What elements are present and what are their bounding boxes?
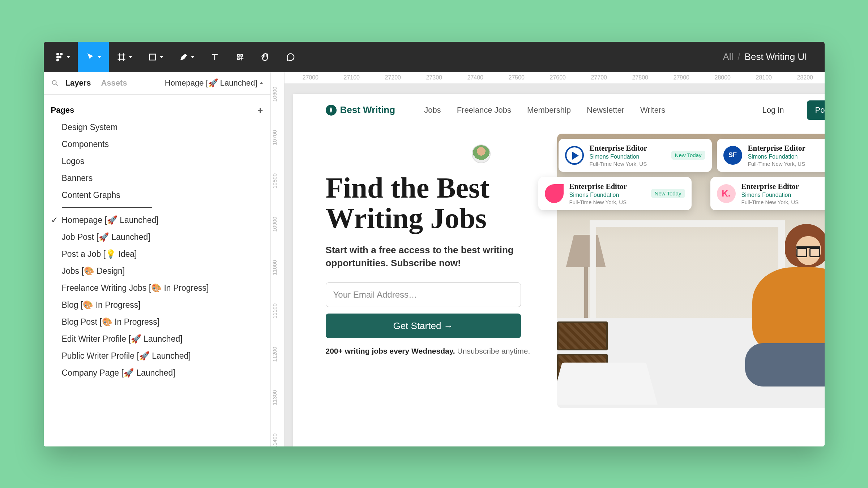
job-badge: New Today (671, 151, 705, 160)
ruler-tick: 27000 (303, 74, 319, 81)
ruler-tick: 27900 (674, 74, 690, 81)
get-started-button[interactable]: Get Started → (326, 314, 521, 338)
ruler-tick: 27100 (344, 74, 360, 81)
text-icon (210, 52, 220, 62)
page-item[interactable]: Freelance Writing Jobs [🎨 In Progress] (44, 280, 270, 297)
site-nav: JobsFreelance JobsMembershipNewsletterWr… (424, 105, 665, 115)
comment-tool-button[interactable] (278, 42, 303, 72)
page-item[interactable]: Post a Job [💡 Idea] (44, 246, 270, 263)
page-item[interactable]: Components (44, 136, 270, 153)
hero-subtitle: Start with a free access to the best wri… (326, 243, 543, 270)
tab-layers[interactable]: Layers (65, 78, 91, 88)
job-meta: Full-Time New York, US (590, 161, 666, 167)
job-company: Simons Foundation (748, 154, 825, 160)
ruler-tick: 27500 (509, 74, 525, 81)
nav-link[interactable]: Membership (527, 105, 571, 115)
job-title: Enterprise Editor (569, 182, 645, 191)
job-title: Enterprise Editor (590, 144, 666, 153)
breadcrumb-root[interactable]: All (723, 51, 733, 62)
search-icon[interactable] (51, 79, 59, 87)
frame-icon (116, 52, 127, 62)
components-icon (235, 52, 245, 62)
page-item[interactable]: Jobs [🎨 Design] (44, 263, 270, 280)
job-company: Simons Foundation (741, 192, 825, 198)
page-item[interactable]: Edit Writer Profile [🚀 Launched] (44, 331, 270, 347)
left-panel-header: Layers Assets Homepage [🚀 Launched] (44, 72, 270, 95)
ruler-tick: 11400 (271, 433, 278, 446)
ruler-tick: 11000 (271, 260, 278, 275)
page-item[interactable]: Public Writer Profile [🚀 Launched] (44, 347, 270, 364)
chevron-down-icon (67, 56, 70, 58)
breadcrumb-file[interactable]: Best Writing UI (745, 51, 807, 62)
site-logo[interactable]: Best Writing (326, 104, 395, 116)
shape-tool-button[interactable] (140, 42, 171, 72)
hero-content: Find the Best Writing Jobs Start with a … (326, 144, 543, 408)
job-card[interactable]: K.Enterprise EditorSimons FoundationFull… (710, 177, 825, 210)
page-item[interactable]: Blog [🎨 In Progress] (44, 297, 270, 314)
ruler-tick: 10600 (271, 87, 278, 102)
page-item[interactable]: Banners (44, 170, 270, 187)
add-page-button[interactable]: + (257, 105, 263, 116)
page-item[interactable]: ✓Homepage [🚀 Launched] (44, 212, 270, 229)
figma-logo-icon (54, 52, 64, 62)
chevron-down-icon (129, 56, 132, 58)
job-card[interactable]: Enterprise EditorSimons FoundationFull-T… (559, 139, 712, 172)
job-meta: Full-Time New York, US (748, 161, 825, 167)
ruler-tick: 28000 (715, 74, 731, 81)
job-company-icon: K. (717, 184, 736, 203)
chevron-down-icon (191, 56, 194, 58)
frame-tool-button[interactable] (109, 42, 140, 72)
nav-link[interactable]: Jobs (424, 105, 441, 115)
pen-tool-button[interactable] (171, 42, 202, 72)
page-item[interactable]: Content Graphs (44, 187, 270, 204)
tab-assets[interactable]: Assets (101, 78, 127, 88)
job-card[interactable]: SFEnterprise EditorSimons FoundationFull… (717, 139, 825, 172)
breadcrumb-separator: / (737, 51, 740, 62)
page-item[interactable]: Job Post [🚀 Launched] (44, 229, 270, 246)
ruler-tick: 27600 (550, 74, 566, 81)
move-tool-button[interactable] (78, 42, 109, 72)
job-company-icon: SF (723, 146, 742, 165)
ruler-tick: 11300 (271, 390, 278, 405)
pages-heading: Pages (51, 105, 74, 115)
job-meta: Full-Time New York, US (569, 199, 645, 205)
page-item[interactable]: Design System (44, 119, 270, 136)
job-card[interactable]: Enterprise EditorSimons FoundationFull-T… (538, 177, 692, 210)
job-title: Enterprise Editor (741, 182, 825, 191)
nav-link[interactable]: Freelance Jobs (457, 105, 511, 115)
hand-tool-button[interactable] (253, 42, 278, 72)
ruler-tick: 27800 (632, 74, 649, 81)
ruler-tick: 10800 (271, 173, 278, 189)
login-link[interactable]: Log in (762, 105, 784, 115)
page-selector[interactable]: Homepage [🚀 Launched] (165, 78, 263, 88)
ruler-tick: 27700 (591, 74, 607, 81)
ruler-tick: 28100 (756, 74, 772, 81)
canvas-area[interactable]: 2700027100272002730027400275002760027700… (285, 72, 825, 446)
job-title: Enterprise Editor (748, 144, 825, 153)
page-item[interactable]: Company Page [🚀 Launched] (44, 364, 270, 381)
text-tool-button[interactable] (202, 42, 227, 72)
email-input[interactable]: Your Email Address… (326, 282, 521, 307)
page-item[interactable]: Blog Post [🎨 In Progress] (44, 314, 270, 331)
resources-tool-button[interactable] (227, 42, 253, 72)
logo-text: Best Writing (340, 104, 395, 116)
ruler-tick: 11100 (271, 303, 278, 319)
toolbar: All / Best Writing UI (44, 42, 825, 72)
hero-illustration: Enterprise EditorSimons FoundationFull-T… (557, 134, 825, 408)
job-company: Simons Foundation (590, 154, 666, 160)
job-badge: New Today (651, 189, 685, 198)
breadcrumb[interactable]: All / Best Writing UI (723, 51, 821, 62)
nav-link[interactable]: Writers (640, 105, 665, 115)
job-company-icon (565, 146, 584, 165)
ruler-tick: 10700 (271, 130, 278, 145)
svg-rect-0 (149, 54, 155, 60)
design-frame-homepage[interactable]: Best Writing JobsFreelance JobsMembershi… (293, 94, 825, 446)
email-placeholder: Your Email Address… (333, 290, 418, 300)
chevron-down-icon (98, 56, 101, 58)
figma-window: All / Best Writing UI Layers Assets Home… (44, 42, 825, 446)
job-company: Simons Foundation (569, 192, 645, 198)
main-menu-button[interactable] (47, 42, 78, 72)
post-job-button[interactable]: Post (807, 100, 824, 120)
nav-link[interactable]: Newsletter (587, 105, 624, 115)
page-item[interactable]: Logos (44, 153, 270, 170)
